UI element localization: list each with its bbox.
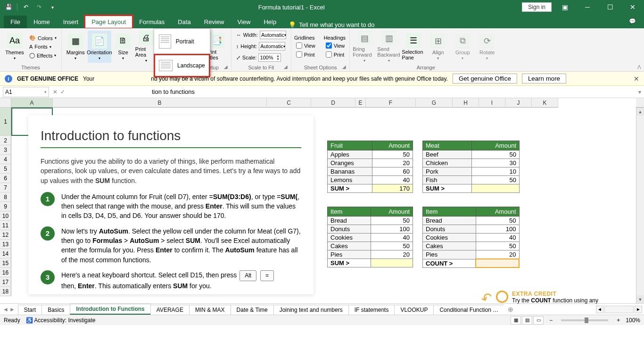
tab-review[interactable]: Review (198, 16, 231, 28)
scroll-up-icon[interactable]: ▲ (636, 108, 644, 116)
row-header[interactable]: 11 (0, 221, 11, 230)
column-header[interactable]: G (416, 98, 453, 108)
sheet-nav-first-icon[interactable]: ◄ (3, 306, 8, 313)
spreadsheet-grid[interactable]: 123456789101112131415161718 Introduction… (0, 108, 644, 303)
page-layout-view-icon[interactable]: ▤ (522, 316, 532, 325)
column-header[interactable]: F (366, 98, 416, 108)
column-header[interactable]: D (311, 98, 355, 108)
row-header[interactable]: 3 (0, 145, 11, 155)
column-header[interactable]: E (355, 98, 366, 108)
themes-button[interactable]: Aa Themes ▾ (3, 31, 26, 63)
redo-icon[interactable]: ↷ (33, 1, 45, 13)
row-header[interactable]: 2 (0, 136, 11, 145)
column-header[interactable]: J (505, 98, 532, 108)
scale-input[interactable]: 100%▲▼ (258, 53, 281, 62)
row-header[interactable]: 13 (0, 240, 11, 249)
rotate-button[interactable]: ⟳Rotate▾ (475, 31, 499, 63)
sheet-tab[interactable]: Start (18, 305, 42, 315)
row-header[interactable]: 9 (0, 202, 11, 211)
sheet-tab[interactable]: MIN & MAX (189, 305, 231, 315)
row-header[interactable]: 16 (0, 268, 11, 277)
margins-button[interactable]: ▦Margins▾ (65, 31, 87, 63)
normal-view-icon[interactable]: ▦ (511, 316, 521, 325)
sheet-tab[interactable]: Basics (41, 305, 70, 315)
row-header[interactable]: 15 (0, 259, 11, 268)
sheet-tab[interactable]: VLOOKUP (394, 305, 434, 315)
gridlines-view-checkbox[interactable]: View (294, 42, 317, 50)
maximize-icon[interactable]: ☐ (601, 0, 619, 14)
row-header[interactable]: 12 (0, 230, 11, 240)
horizontal-scrollbar[interactable]: ◄ ► (596, 306, 644, 313)
row-header[interactable]: 14 (0, 249, 11, 259)
tab-data[interactable]: Data (171, 16, 197, 28)
fonts-button[interactable]: AFonts▾ (27, 43, 58, 50)
row-header[interactable]: 5 (0, 164, 11, 174)
align-button[interactable]: ⊞Align▾ (426, 31, 450, 63)
colors-button[interactable]: 🎨Colors▾ (27, 34, 58, 42)
gridlines-print-checkbox[interactable]: Print (294, 50, 317, 58)
message-close-icon[interactable]: ✕ (634, 75, 639, 83)
ribbon-display-icon[interactable]: ▣ (555, 0, 574, 14)
scale-dialog-launcher-icon[interactable]: ◢ (284, 64, 289, 70)
tab-formulas[interactable]: Formulas (132, 16, 171, 28)
select-all-corner[interactable] (0, 98, 11, 108)
bring-forward-button[interactable]: ▤Bring Forward▾ (353, 31, 376, 63)
sheet-tab[interactable]: Date & Time (231, 305, 274, 315)
column-header[interactable]: C (267, 98, 311, 108)
name-box[interactable]: A1▾ (3, 87, 49, 97)
close-icon[interactable]: ✕ (623, 0, 642, 14)
orientation-portrait[interactable]: Portrait (154, 29, 210, 54)
new-sheet-button[interactable]: ⊕ (504, 306, 517, 313)
height-select[interactable]: Automatic▾ (259, 42, 285, 50)
expand-formula-bar-icon[interactable]: ▾ (636, 89, 644, 95)
send-backward-button[interactable]: ▥Send Backward▾ (377, 31, 401, 63)
row-header[interactable]: 6 (0, 174, 11, 183)
page-setup-dialog-launcher-icon[interactable]: ◢ (224, 64, 230, 70)
zoom-in-icon[interactable]: + (617, 317, 620, 324)
vertical-scrollbar[interactable]: ▲ ▼ (636, 108, 644, 303)
selection-pane-button[interactable]: ☰Selection Pane (402, 31, 425, 63)
collapse-ribbon-icon[interactable]: ᐱ (637, 64, 641, 70)
orientation-button[interactable]: 📄Orientation▾ (88, 31, 111, 63)
column-header[interactable]: H (453, 98, 479, 108)
sheet-tab[interactable]: AVERAGE (150, 305, 190, 315)
sign-in-button[interactable]: Sign in (522, 2, 552, 12)
formula-input[interactable]: tion to functions (69, 88, 636, 95)
headings-view-checkbox[interactable]: View (324, 42, 347, 50)
row-header[interactable]: 1 (0, 108, 11, 136)
customize-qat-icon[interactable]: ▾ (47, 1, 58, 13)
row-header[interactable]: 8 (0, 192, 11, 202)
grid-body[interactable]: Introduction to functions Functions give… (11, 108, 636, 303)
row-header[interactable]: 17 (0, 277, 11, 287)
sheet-options-dialog-launcher-icon[interactable]: ◢ (342, 64, 348, 70)
column-header[interactable]: K (532, 98, 558, 108)
minimize-icon[interactable]: ─ (578, 0, 597, 14)
undo-icon[interactable]: ↶ (20, 1, 32, 13)
tab-help[interactable]: Help (257, 16, 283, 28)
headings-print-checkbox[interactable]: Print (324, 50, 347, 58)
row-header[interactable]: 10 (0, 211, 11, 221)
tell-me[interactable]: 💡 Tell me what you want to do (289, 21, 374, 28)
row-header[interactable]: 7 (0, 183, 11, 192)
hscroll-left-icon[interactable]: ◄ (596, 306, 603, 313)
scroll-down-icon[interactable]: ▼ (636, 295, 644, 303)
comment-icon[interactable]: 💬 (625, 14, 639, 28)
column-header[interactable]: I (479, 98, 505, 108)
zoom-out-icon[interactable]: − (549, 317, 553, 324)
tab-page-layout[interactable]: Page Layout (85, 16, 132, 28)
row-header[interactable]: 4 (0, 155, 11, 164)
size-button[interactable]: 🗎Size▾ (112, 31, 134, 63)
zoom-slider[interactable] (561, 319, 608, 321)
group-button[interactable]: ⧉Group▾ (451, 31, 474, 63)
sheet-nav-last-icon[interactable]: ► (9, 306, 15, 313)
enter-formula-icon[interactable]: ✓ (60, 89, 65, 95)
page-break-view-icon[interactable]: ▭ (533, 316, 544, 325)
width-select[interactable]: Automatic▾ (260, 31, 286, 39)
sheet-tab[interactable]: IF statements (348, 305, 395, 315)
sheet-tab[interactable]: Conditional Function … (433, 305, 504, 315)
cancel-formula-icon[interactable]: ✕ (53, 89, 58, 95)
orientation-landscape[interactable]: Landscape (154, 54, 210, 77)
sheet-tab[interactable]: Joining text and numbers (273, 305, 349, 315)
learn-more-button[interactable]: Learn more (522, 74, 566, 83)
zoom-level[interactable]: 100% (626, 317, 640, 324)
